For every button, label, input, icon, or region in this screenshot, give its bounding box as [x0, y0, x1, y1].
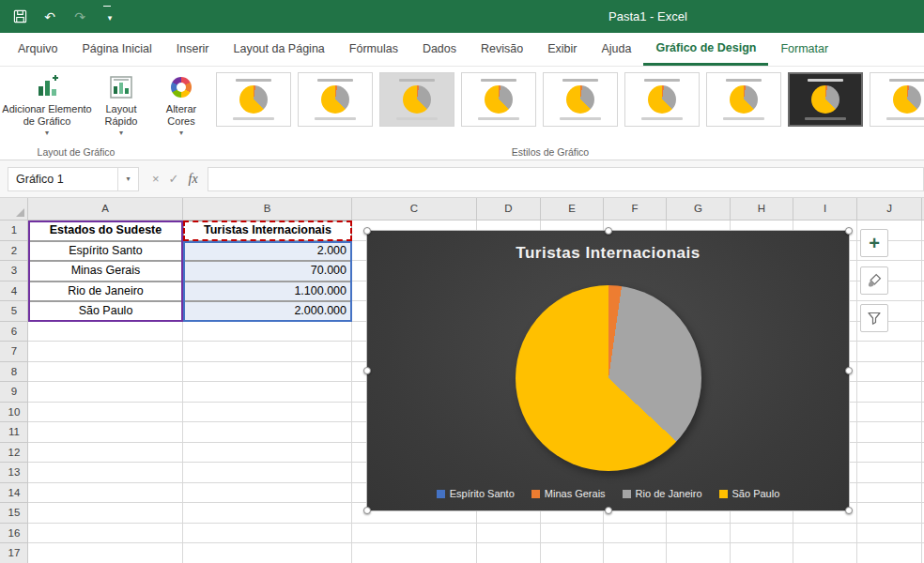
- row-header-7[interactable]: 7: [0, 342, 28, 362]
- row-header-11[interactable]: 11: [0, 422, 28, 443]
- chart-style-7[interactable]: [706, 72, 781, 127]
- select-all-button[interactable]: [0, 198, 28, 221]
- insert-function-button[interactable]: fx: [189, 172, 198, 187]
- row-header-2[interactable]: 2: [0, 241, 28, 262]
- quick-layout-icon: [108, 74, 134, 100]
- style-legend-placeholder: [478, 117, 519, 120]
- chart-style-6[interactable]: [624, 72, 700, 127]
- column-header-H[interactable]: H: [731, 198, 793, 221]
- legend-item-espirito-santo[interactable]: Espírito Santo: [437, 488, 515, 499]
- chart-filters-button[interactable]: [860, 304, 888, 332]
- legend-item-rio-de-janeiro[interactable]: Rio de Janeiro: [623, 488, 702, 499]
- tab-formulas[interactable]: Fórmulas: [337, 33, 410, 66]
- row-header-8[interactable]: 8: [0, 362, 28, 383]
- style-title-placeholder: [808, 79, 843, 82]
- chart-style-5[interactable]: [543, 72, 618, 127]
- chevron-down-icon: ▾: [45, 129, 49, 137]
- chart-style-9[interactable]: [870, 72, 924, 127]
- row-header-1[interactable]: 1: [0, 221, 28, 241]
- row-header-4[interactable]: 4: [0, 282, 28, 302]
- row-header-6[interactable]: 6: [0, 322, 28, 342]
- chart-style-4[interactable]: [461, 72, 536, 127]
- row-header-10[interactable]: 10: [0, 403, 28, 423]
- cell-A4[interactable]: Rio de Janeiro: [28, 282, 183, 302]
- tab-ajuda[interactable]: Ajuda: [589, 33, 643, 66]
- column-header-D[interactable]: D: [477, 198, 541, 221]
- cancel-button[interactable]: ×: [152, 172, 160, 186]
- row-header-13[interactable]: 13: [0, 463, 28, 483]
- chart-resize-handle[interactable]: [363, 507, 371, 514]
- column-header-C[interactable]: C: [352, 198, 477, 221]
- style-pie-preview: [730, 85, 758, 114]
- column-header-J[interactable]: J: [857, 198, 922, 221]
- chart-layouts-group: Adicionar Elemento de Gráfico ▾ Layout R…: [2, 67, 150, 160]
- chart-resize-handle[interactable]: [605, 227, 612, 235]
- style-title-placeholder: [889, 79, 924, 82]
- cell-A2[interactable]: Espírito Santo: [28, 241, 183, 262]
- change-colors-button[interactable]: Alterar Cores ▾: [152, 70, 210, 145]
- column-header-A[interactable]: A: [28, 198, 183, 221]
- chart-style-2[interactable]: [298, 72, 373, 127]
- chart-resize-handle[interactable]: [845, 227, 853, 235]
- row-header-5[interactable]: 5: [0, 301, 28, 322]
- column-header-I[interactable]: I: [793, 198, 857, 221]
- chart-style-3[interactable]: [379, 72, 454, 127]
- tab-pagina-inicial[interactable]: Página Inicial: [69, 33, 163, 66]
- tab-arquivo[interactable]: Arquivo: [6, 33, 69, 66]
- cell-B5[interactable]: 2.000.000: [183, 301, 352, 322]
- legend-item-sao-paulo[interactable]: São Paulo: [719, 488, 780, 499]
- column-header-B[interactable]: B: [183, 198, 352, 221]
- row-header-15[interactable]: 15: [0, 503, 28, 524]
- tab-revisao[interactable]: Revisão: [469, 33, 535, 66]
- chart[interactable]: Turistas Internacionais Espírito SantoMi…: [366, 230, 850, 511]
- row-header-3[interactable]: 3: [0, 261, 28, 282]
- add-chart-element-button[interactable]: Adicionar Elemento de Gráfico ▾: [2, 70, 92, 145]
- chart-layouts-group-content: Adicionar Elemento de Gráfico ▾ Layout R…: [2, 67, 150, 145]
- row-header-12[interactable]: 12: [0, 443, 28, 464]
- row-header-14[interactable]: 14: [0, 483, 28, 504]
- chart-resize-handle[interactable]: [363, 227, 371, 235]
- redo-button[interactable]: ↷: [71, 8, 88, 25]
- add-chart-element-label-2: de Gráfico: [23, 115, 71, 128]
- style-legend-placeholder: [886, 117, 924, 120]
- chart-resize-handle[interactable]: [363, 367, 371, 374]
- chart-elements-button[interactable]: +: [860, 229, 888, 257]
- chart-resize-handle[interactable]: [845, 367, 853, 374]
- chart-resize-handle[interactable]: [605, 507, 612, 514]
- qat-customize-button[interactable]: ▾: [101, 9, 118, 26]
- column-header-E[interactable]: E: [541, 198, 604, 221]
- save-button[interactable]: [11, 8, 28, 25]
- quick-layout-button[interactable]: Layout Rápido ▾: [92, 70, 150, 145]
- column-header-F[interactable]: F: [604, 198, 667, 221]
- cell-B3[interactable]: 70.000: [183, 261, 352, 282]
- cell-A5[interactable]: São Paulo: [28, 301, 183, 322]
- tab-inserir[interactable]: Inserir: [164, 33, 222, 66]
- tab-dados[interactable]: Dados: [410, 33, 469, 66]
- chart-title[interactable]: Turistas Internacionais: [367, 244, 849, 263]
- row-header-9[interactable]: 9: [0, 382, 28, 403]
- formula-input[interactable]: [208, 167, 924, 191]
- style-legend-placeholder: [723, 117, 764, 120]
- cell-A3[interactable]: Minas Gerais: [28, 261, 183, 282]
- cell-B1[interactable]: Turistas Internacionais: [183, 221, 352, 241]
- name-box[interactable]: Gráfico 1: [8, 167, 118, 191]
- chart-resize-handle[interactable]: [845, 507, 853, 514]
- chart-style-1[interactable]: [216, 72, 291, 127]
- cell-B2[interactable]: 2.000: [183, 241, 352, 262]
- chart-style-8[interactable]: [788, 72, 863, 127]
- undo-button[interactable]: ↶: [41, 8, 58, 25]
- tab-grafico-de-design[interactable]: Gráfico de Design: [643, 33, 768, 66]
- row-header-17[interactable]: 17: [0, 543, 28, 563]
- tab-formatar[interactable]: Formatar: [768, 33, 840, 66]
- chart-styles-button[interactable]: [860, 266, 888, 295]
- enter-button[interactable]: ✓: [169, 172, 179, 186]
- tab-exibir[interactable]: Exibir: [535, 33, 589, 66]
- cell-B4[interactable]: 1.100.000: [183, 282, 352, 302]
- row-header-16[interactable]: 16: [0, 524, 28, 544]
- column-header-G[interactable]: G: [667, 198, 731, 221]
- cell-A1[interactable]: Estados do Sudeste: [28, 221, 183, 241]
- tab-layout-da-pagina[interactable]: Layout da Página: [221, 33, 336, 66]
- name-box-dropdown-button[interactable]: ▾: [118, 167, 139, 191]
- pie-chart[interactable]: [516, 285, 701, 471]
- legend-item-minas-gerais[interactable]: Minas Gerais: [531, 488, 606, 499]
